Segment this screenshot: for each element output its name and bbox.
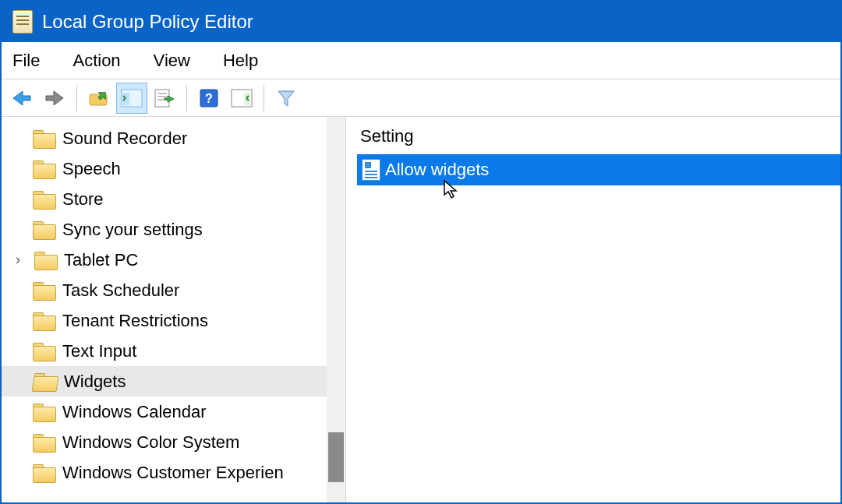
menu-help[interactable]: Help (220, 48, 261, 74)
folder-icon (33, 282, 55, 299)
menu-action[interactable]: Action (69, 48, 123, 74)
tree-item[interactable]: ›Tablet PC (2, 245, 345, 275)
folder-icon (33, 343, 55, 360)
tree-item[interactable]: Windows Customer Experien (2, 457, 345, 488)
list-export-icon (154, 88, 175, 108)
tree-item[interactable]: Store (2, 184, 345, 214)
tree-item-label: Task Scheduler (62, 280, 179, 301)
folder-icon (33, 221, 55, 238)
show-hide-tree-button[interactable] (116, 83, 147, 114)
folder-icon (33, 434, 55, 451)
tree-item-label: Text Input (62, 341, 136, 361)
menu-file[interactable]: File (9, 48, 43, 74)
toolbar-separator (76, 85, 77, 111)
filter-icon (277, 89, 295, 107)
tree-item-label: Windows Calendar (62, 402, 207, 422)
show-hide-action-pane-button[interactable] (226, 83, 257, 114)
window: Local Group Policy Editor File Action Vi… (0, 0, 842, 504)
tree-item[interactable]: Task Scheduler (2, 275, 345, 305)
tree-item-label: Windows Color System (62, 432, 239, 453)
tree-item-label: Speech (62, 159, 121, 179)
help-icon: ? (199, 88, 219, 108)
toolbar: ? (2, 79, 840, 117)
tree-item-label: Sync your settings (62, 220, 203, 240)
action-pane-icon (231, 89, 253, 107)
tree-item-label: Store (62, 189, 104, 210)
titlebar[interactable]: Local Group Policy Editor (2, 2, 840, 42)
tree-item[interactable]: Widgets (2, 366, 345, 397)
scrollbar-track[interactable] (327, 117, 345, 502)
help-button[interactable]: ? (193, 83, 225, 114)
folder-icon (33, 191, 55, 208)
tree-item[interactable]: Windows Color System (2, 427, 345, 457)
tree-item[interactable]: Text Input (2, 336, 345, 366)
settings-column-header[interactable]: Setting (357, 126, 840, 154)
folder-icon (34, 252, 56, 269)
folder-up-icon (88, 88, 110, 108)
toolbar-separator (264, 85, 264, 111)
setting-row[interactable]: Allow widgets (357, 154, 840, 185)
filter-button[interactable] (271, 83, 302, 114)
arrow-left-icon (12, 90, 32, 107)
console-tree-icon (121, 89, 143, 107)
menu-view[interactable]: View (150, 48, 193, 74)
folder-icon (33, 160, 55, 178)
tree-item-label: Tenant Restrictions (62, 311, 208, 331)
forward-button[interactable] (39, 83, 70, 114)
tree-item-label: Widgets (64, 372, 126, 392)
tree-item[interactable]: Windows Calendar (2, 397, 345, 427)
tree-item[interactable]: Sync your settings (2, 214, 345, 245)
folder-icon (33, 130, 55, 147)
content-area: Sound RecorderSpeechStoreSync your setti… (2, 117, 840, 502)
scrollbar-thumb[interactable] (328, 432, 344, 482)
tree-item[interactable]: Sound Recorder (2, 123, 345, 153)
tree-list: Sound RecorderSpeechStoreSync your setti… (2, 123, 345, 488)
tree-item-label: Tablet PC (64, 250, 138, 270)
tree-pane[interactable]: Sound RecorderSpeechStoreSync your setti… (2, 117, 346, 502)
folder-open-icon (33, 373, 56, 390)
window-title: Local Group Policy Editor (42, 11, 253, 33)
tree-item-label: Sound Recorder (62, 129, 187, 149)
app-icon (12, 10, 33, 33)
back-button[interactable] (6, 83, 37, 114)
folder-icon (33, 312, 55, 330)
arrow-right-icon (44, 90, 65, 107)
menubar: File Action View Help (2, 42, 840, 79)
toolbar-separator (186, 85, 187, 111)
chevron-right-icon[interactable]: › (9, 252, 27, 268)
setting-label: Allow widgets (385, 160, 489, 180)
settings-list: Allow widgets (357, 154, 840, 185)
settings-pane[interactable]: Setting Allow widgets (346, 117, 840, 502)
folder-icon (33, 404, 55, 421)
folder-icon (33, 464, 55, 481)
export-list-button[interactable] (149, 83, 180, 114)
policy-setting-icon (362, 159, 380, 181)
tree-item-label: Windows Customer Experien (62, 463, 284, 483)
tree-item[interactable]: Tenant Restrictions (2, 305, 345, 336)
up-level-button[interactable] (83, 83, 115, 114)
svg-text:?: ? (205, 92, 213, 105)
tree-item[interactable]: Speech (2, 153, 345, 184)
